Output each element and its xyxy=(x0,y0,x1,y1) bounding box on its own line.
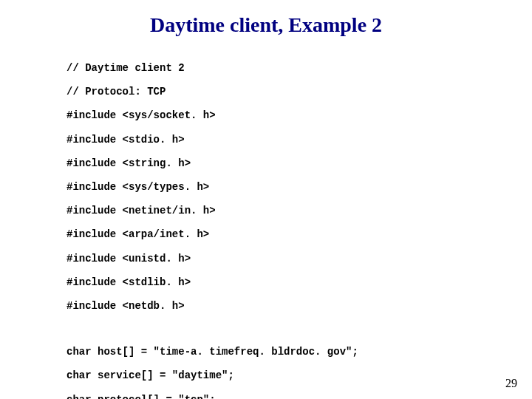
code-line: #include <netinet/in. h> xyxy=(66,205,532,216)
code-block: // Daytime client 2 // Protocol: TCP #in… xyxy=(0,50,532,399)
code-line: // Daytime client 2 xyxy=(66,62,532,74)
code-line: // Protocol: TCP xyxy=(66,86,532,98)
code-line: char service[] = "daytime"; xyxy=(66,369,532,381)
slide-title: Daytime client, Example 2 xyxy=(0,0,532,50)
code-line: char host[] = "time-a. timefreq. bldrdoc… xyxy=(66,346,532,358)
code-line: #include <sys/types. h> xyxy=(66,181,532,193)
code-line: #include <string. h> xyxy=(66,157,532,169)
code-line: #include <unistd. h> xyxy=(66,253,532,265)
code-line: #include <stdlib. h> xyxy=(66,276,532,288)
code-line: #include <arpa/inet. h> xyxy=(66,228,532,240)
code-line: char protocol[] = "tcp"; xyxy=(66,394,532,399)
code-line: #include <stdio. h> xyxy=(66,134,532,146)
blank-line xyxy=(66,324,532,334)
code-line: #include <netdb. h> xyxy=(66,300,532,312)
code-line: #include <sys/socket. h> xyxy=(66,109,532,121)
page-number: 29 xyxy=(505,377,517,390)
